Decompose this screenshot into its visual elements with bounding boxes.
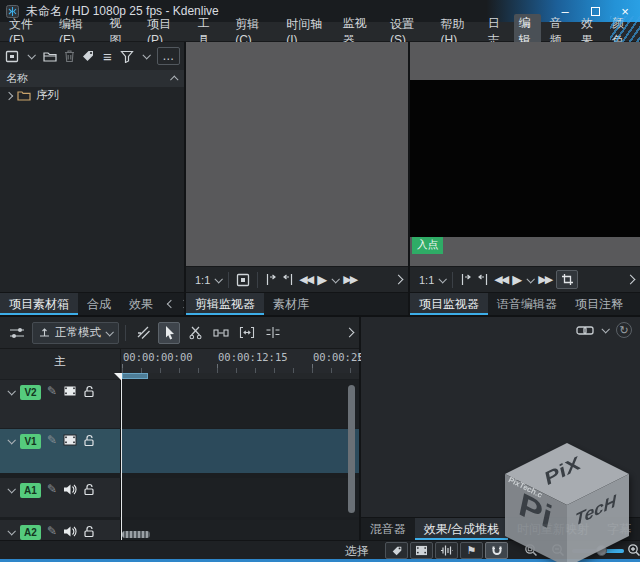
play-icon[interactable]: ▶ (512, 273, 522, 286)
track-collapse-icon[interactable] (7, 387, 15, 395)
clip-monitor-video[interactable] (186, 42, 408, 266)
track-badge[interactable]: V2 (20, 385, 41, 400)
master-track-button[interactable]: 主 (0, 349, 120, 373)
track-collapse-icon[interactable] (7, 436, 15, 444)
delete-clip-button[interactable] (61, 47, 77, 65)
zoom-dropdown-icon[interactable] (439, 275, 447, 283)
filter-dropdown-icon[interactable] (138, 47, 154, 65)
project-zoom-level[interactable]: 1:1 (419, 274, 434, 286)
audio-thumbnails-toggle[interactable] (435, 542, 458, 559)
video-thumbnails-icon[interactable] (63, 385, 77, 397)
list-view-button[interactable]: ≡ (99, 47, 115, 65)
track-badge[interactable]: V1 (20, 434, 41, 449)
transport-overflow-icon[interactable] (626, 275, 636, 285)
effect-stack-body[interactable] (361, 343, 640, 517)
timeline-edit-icon[interactable]: ✎ (47, 385, 57, 397)
refresh-icon[interactable]: ↻ (616, 322, 632, 338)
open-folder-button[interactable] (42, 47, 58, 65)
compare-link-icon[interactable] (576, 325, 594, 336)
fast-forward-icon[interactable]: ▶▶ (538, 274, 551, 285)
track-header-a1[interactable]: A1 ✎ (0, 478, 120, 517)
timeline-vertical-scrollbar[interactable] (348, 385, 355, 513)
tag-icon-button[interactable] (80, 47, 96, 65)
timeline-edit-icon[interactable]: ✎ (47, 434, 57, 446)
timeline-zoom-slider[interactable] (572, 549, 624, 553)
timeline-horizontal-scrollbar[interactable] (122, 531, 150, 538)
timeline-edit-icon[interactable]: ✎ (47, 483, 57, 495)
tab-mixer[interactable]: 混音器 (361, 518, 415, 540)
track-lane-v1[interactable] (120, 429, 359, 473)
timeline-ruler[interactable]: 00:00:00:00 00:00:12:15 00:00:25:05 00: (120, 349, 359, 373)
play-dropdown-icon[interactable] (527, 275, 535, 283)
snap-magnet-toggle[interactable] (485, 542, 508, 559)
rewind-icon[interactable]: ◀◀ (494, 274, 507, 285)
rewind-icon[interactable]: ◀◀ (299, 274, 312, 285)
set-in-point-icon[interactable] (265, 273, 277, 286)
tab-subtitles[interactable]: 字幕 (598, 518, 640, 540)
audio-speaker-icon[interactable] (63, 483, 77, 496)
bin-overflow-button[interactable]: … (157, 47, 180, 65)
show-tags-toggle[interactable] (385, 542, 408, 559)
timeline-edit-icon[interactable]: ✎ (47, 525, 57, 537)
play-dropdown-icon[interactable] (332, 275, 340, 283)
tab-project-notes[interactable]: 项目注释 (566, 293, 632, 315)
lock-icon[interactable] (83, 525, 95, 538)
tab-project-monitor[interactable]: 项目监视器 (410, 293, 488, 315)
zoom-fit-button[interactable] (524, 543, 538, 557)
show-markers-toggle[interactable]: ⚑ (460, 542, 483, 559)
tab-speech-editor[interactable]: 语音编辑器 (488, 293, 566, 315)
track-header-v2[interactable]: V2 ✎ (0, 380, 120, 428)
tab-compositions[interactable]: 合成 (78, 293, 120, 315)
project-monitor-video[interactable]: 入点 (410, 42, 640, 266)
zone-mode-icon[interactable] (236, 273, 250, 287)
transport-overflow-icon[interactable] (394, 275, 404, 285)
play-icon[interactable]: ▶ (317, 273, 327, 286)
video-thumbnails-toggle[interactable] (410, 542, 433, 559)
tab-time-remap[interactable]: 时间重新映射 (508, 518, 598, 540)
bin-tree-item-sequence[interactable]: 序列 (0, 87, 184, 103)
expander-icon[interactable] (5, 91, 13, 99)
set-out-point-icon[interactable] (477, 273, 489, 286)
lock-icon[interactable] (83, 483, 95, 496)
add-clip-button[interactable] (4, 47, 20, 65)
tab-clip-monitor[interactable]: 剪辑监视器 (186, 293, 264, 315)
timeline-settings-icon[interactable] (6, 322, 28, 344)
fast-forward-icon[interactable]: ▶▶ (343, 274, 356, 285)
track-collapse-icon[interactable] (7, 527, 15, 535)
track-header-a2[interactable]: A2 ✎ (0, 520, 120, 542)
zoom-slider-handle[interactable] (596, 545, 607, 556)
lock-icon[interactable] (83, 385, 95, 398)
set-out-point-icon[interactable] (282, 273, 294, 286)
ripple-tool-button[interactable] (236, 322, 258, 344)
track-lane-v2[interactable] (120, 380, 359, 428)
slip-tool-button[interactable] (132, 322, 154, 344)
set-in-point-icon[interactable] (460, 273, 472, 286)
tab-project-bin[interactable]: 项目素材箱 (0, 293, 78, 315)
toolbar-overflow-icon[interactable] (344, 328, 354, 338)
zoom-in-button[interactable] (627, 543, 640, 557)
chevron-down-icon[interactable] (601, 325, 609, 333)
filter-button[interactable] (118, 47, 134, 65)
edit-mode-dropdown[interactable]: 正常模式 (32, 322, 119, 344)
audio-speaker-icon[interactable] (63, 525, 77, 538)
slide-tool-button[interactable] (262, 322, 284, 344)
track-badge[interactable]: A2 (20, 525, 41, 540)
tab-scroll-left-icon[interactable] (167, 300, 175, 308)
lock-icon[interactable] (83, 434, 95, 447)
zoom-dropdown-icon[interactable] (215, 275, 223, 283)
tab-library[interactable]: 素材库 (264, 293, 318, 315)
add-clip-dropdown-icon[interactable] (23, 47, 39, 65)
track-lane-a1[interactable] (120, 478, 359, 517)
spacer-tool-button[interactable] (210, 322, 232, 344)
clip-zoom-level[interactable]: 1:1 (195, 274, 210, 286)
razor-tool-button[interactable] (184, 322, 206, 344)
track-collapse-icon[interactable] (7, 485, 15, 493)
zone-crop-button[interactable] (556, 270, 578, 289)
bin-column-header[interactable]: 名称 (0, 70, 184, 87)
track-header-v1[interactable]: V1 ✎ (0, 429, 120, 473)
bin-item-list[interactable]: 序列 (0, 87, 184, 292)
track-badge[interactable]: A1 (20, 483, 41, 498)
zoom-out-button[interactable] (551, 543, 565, 557)
track-lane-a2[interactable] (120, 520, 359, 542)
video-thumbnails-icon[interactable] (63, 434, 77, 446)
